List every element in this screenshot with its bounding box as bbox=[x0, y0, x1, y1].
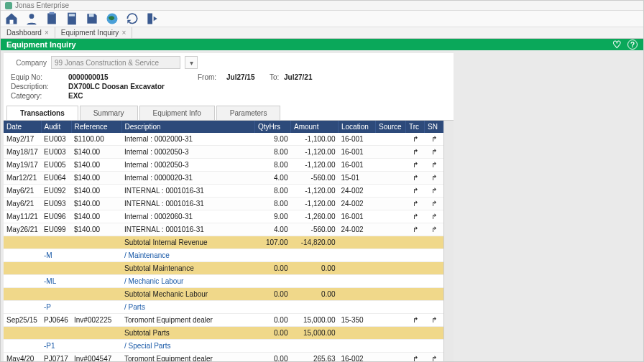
svg-rect-3 bbox=[50, 12, 55, 14]
serial-icon[interactable]: ↱ bbox=[425, 146, 443, 159]
company-input[interactable] bbox=[51, 56, 180, 69]
col-trc[interactable]: Trc bbox=[406, 121, 425, 133]
detail-tabs: Transactions Summary Equipment Info Para… bbox=[4, 106, 454, 121]
transactions-grid[interactable]: Date Audit Reference Description QtyHrs … bbox=[4, 121, 443, 362]
refresh-icon[interactable] bbox=[124, 11, 140, 27]
tab-transactions[interactable]: Transactions bbox=[6, 106, 78, 120]
to-label: To: bbox=[270, 73, 284, 81]
svg-point-1 bbox=[29, 14, 34, 19]
company-selector: Company ▾ bbox=[4, 53, 454, 72]
serial-icon[interactable]: ↱ bbox=[425, 210, 443, 223]
tab-parameters[interactable]: Parameters bbox=[216, 106, 281, 120]
serial-icon[interactable]: ↱ bbox=[425, 172, 443, 185]
page-title: Equipment Inquiry bbox=[6, 40, 76, 49]
table-row[interactable]: Sep25/15PJ0646Inv#002225Toromont Equipme… bbox=[4, 314, 443, 327]
table-row[interactable]: May11/21EU096$140.00Internal : 0002060-3… bbox=[4, 210, 443, 223]
table-row[interactable]: May6/21EU093$140.00INTERNAL : 0001016-31… bbox=[4, 198, 443, 210]
serial-icon[interactable]: ↱ bbox=[425, 198, 443, 210]
serial-icon[interactable]: ↱ bbox=[425, 133, 443, 146]
serial-icon[interactable]: ↱ bbox=[425, 185, 443, 198]
page-header: Equipment Inquiry ♡ ? bbox=[1, 39, 643, 50]
trace-icon[interactable]: ↱ bbox=[406, 159, 425, 172]
trace-icon[interactable]: ↱ bbox=[406, 353, 425, 363]
table-row[interactable]: Mar12/21EU064$140.00Internal : 0000020-3… bbox=[4, 172, 443, 185]
svg-rect-2 bbox=[47, 14, 56, 24]
from-label: From: bbox=[198, 73, 226, 81]
tab-summary[interactable]: Summary bbox=[80, 106, 138, 120]
help-icon[interactable]: ? bbox=[627, 40, 638, 50]
equip-no-label: Equip No: bbox=[11, 73, 68, 81]
save-icon[interactable] bbox=[84, 11, 100, 27]
table-row[interactable]: May2/17EU003$1100.00Internal : 0002000-3… bbox=[4, 133, 443, 146]
main-toolbar bbox=[1, 11, 643, 27]
document-tabs: Dashboard× Equipment Inquiry× bbox=[1, 27, 643, 39]
company-label: Company bbox=[11, 59, 47, 67]
trace-icon[interactable]: ↱ bbox=[406, 146, 425, 159]
table-row[interactable]: -ML/ Mechanic Labour bbox=[4, 275, 443, 288]
desc-label: Description: bbox=[11, 83, 68, 90]
clipboard-icon[interactable] bbox=[44, 11, 60, 27]
table-row[interactable]: May18/17EU003$140.00Internal : 0002050-3… bbox=[4, 146, 443, 159]
svg-rect-6 bbox=[89, 14, 94, 17]
col-qtyhrs[interactable]: QtyHrs bbox=[255, 121, 291, 133]
col-sn[interactable]: SN bbox=[425, 121, 443, 133]
company-picker-button[interactable]: ▾ bbox=[185, 56, 198, 69]
exit-door-icon[interactable] bbox=[144, 11, 160, 27]
svg-rect-8 bbox=[147, 14, 152, 24]
trace-icon[interactable]: ↱ bbox=[406, 185, 425, 198]
col-source[interactable]: Source bbox=[376, 121, 406, 133]
tab-equipment-info[interactable]: Equipment Info bbox=[139, 106, 215, 120]
vertical-scrollbar[interactable] bbox=[443, 121, 454, 362]
home-icon[interactable] bbox=[4, 11, 19, 27]
window-titlebar: Jonas Enterprise bbox=[1, 1, 643, 11]
trace-icon[interactable]: ↱ bbox=[406, 198, 425, 210]
table-row[interactable]: May26/21EU099$140.00INTERNAL : 0001016-3… bbox=[4, 223, 443, 236]
serial-icon[interactable]: ↱ bbox=[425, 353, 443, 363]
close-icon[interactable]: × bbox=[121, 29, 126, 37]
globe-icon[interactable] bbox=[104, 11, 120, 27]
equipment-summary: Equip No: 0000000015 From: Jul27/15 To: … bbox=[4, 72, 454, 101]
window-title: Jonas Enterprise bbox=[15, 1, 69, 9]
trace-icon[interactable]: ↱ bbox=[406, 210, 425, 223]
favorite-icon[interactable]: ♡ bbox=[612, 39, 622, 50]
tab-label: Dashboard bbox=[6, 29, 42, 37]
table-row[interactable]: May6/21EU092$140.00INTERNAL : 0001016-31… bbox=[4, 185, 443, 198]
table-row[interactable]: -P/ Parts bbox=[4, 301, 443, 314]
trace-icon[interactable]: ↱ bbox=[406, 314, 425, 327]
grid-header-row: Date Audit Reference Description QtyHrs … bbox=[4, 121, 443, 133]
col-date[interactable]: Date bbox=[4, 121, 41, 133]
to-value: Jul27/21 bbox=[284, 73, 327, 81]
user-icon[interactable] bbox=[24, 11, 40, 27]
trace-icon[interactable]: ↱ bbox=[406, 172, 425, 185]
table-row[interactable]: Subtotal Maintenance0.000.00 bbox=[4, 262, 443, 275]
col-description[interactable]: Description bbox=[121, 121, 255, 133]
serial-icon[interactable]: ↱ bbox=[425, 223, 443, 236]
trace-icon[interactable]: ↱ bbox=[406, 223, 425, 236]
table-row[interactable]: Subtotal Parts0.0015,000.00 bbox=[4, 327, 443, 340]
col-location[interactable]: Location bbox=[339, 121, 376, 133]
svg-rect-5 bbox=[69, 14, 75, 16]
trace-icon[interactable]: ↱ bbox=[406, 133, 425, 146]
table-row[interactable]: -M/ Maintenance bbox=[4, 249, 443, 262]
table-row[interactable]: Subtotal Internal Revenue107.00-14,820.0… bbox=[4, 236, 443, 249]
tab-equipment-inquiry[interactable]: Equipment Inquiry× bbox=[55, 27, 132, 38]
content-panel: Company ▾ Equip No: 0000000015 From: Jul… bbox=[4, 53, 454, 362]
col-reference[interactable]: Reference bbox=[71, 121, 121, 133]
serial-icon[interactable]: ↱ bbox=[425, 314, 443, 327]
table-row[interactable]: Subtotal Mechanic Labour0.000.00 bbox=[4, 288, 443, 301]
cat-label: Category: bbox=[11, 92, 68, 100]
tab-label: Equipment Inquiry bbox=[61, 29, 119, 37]
col-audit[interactable]: Audit bbox=[41, 121, 71, 133]
table-row[interactable]: -P1/ Special Parts bbox=[4, 340, 443, 353]
calculator-icon[interactable] bbox=[64, 11, 80, 27]
table-row[interactable]: May19/17EU005$140.00Internal : 0002050-3… bbox=[4, 159, 443, 172]
close-icon[interactable]: × bbox=[45, 29, 49, 37]
cat-value: EXC bbox=[68, 92, 198, 100]
right-panel bbox=[456, 50, 643, 362]
svg-rect-0 bbox=[10, 20, 14, 24]
serial-icon[interactable]: ↱ bbox=[425, 159, 443, 172]
table-row[interactable]: May4/20PJ0717Inv#004547Toromont Equipmen… bbox=[4, 353, 443, 363]
equip-no-value: 0000000015 bbox=[68, 73, 198, 81]
col-amount[interactable]: Amount bbox=[291, 121, 339, 133]
tab-dashboard[interactable]: Dashboard× bbox=[1, 27, 55, 38]
